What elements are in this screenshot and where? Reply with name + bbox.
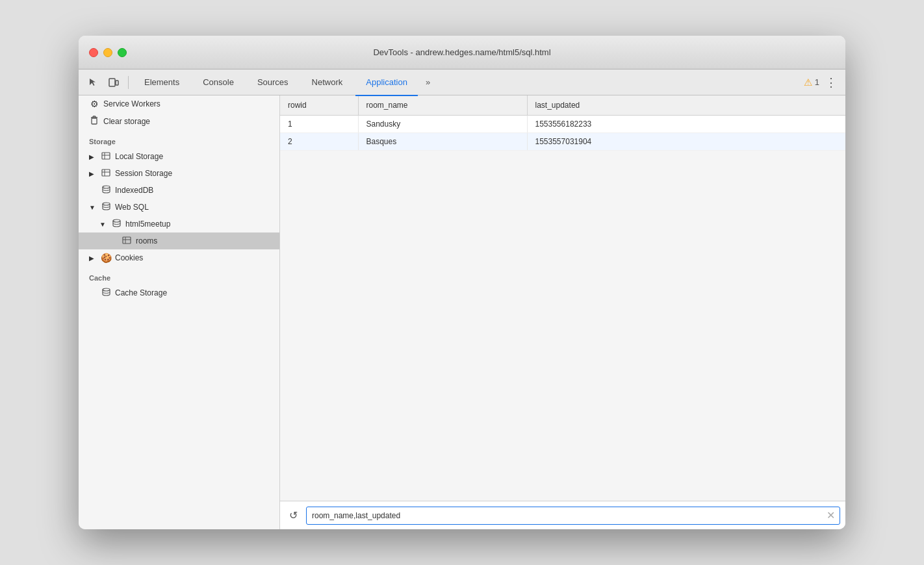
svg-rect-7: [102, 153, 110, 159]
tab-application[interactable]: Application: [355, 70, 418, 96]
cookies-icon: 🍪: [101, 253, 111, 263]
sidebar-item-cookies[interactable]: ▶ 🍪 Cookies: [79, 249, 279, 266]
close-button[interactable]: [89, 48, 98, 57]
expand-arrow-icon: ▶: [89, 153, 97, 160]
query-bar: ↺ ✕: [280, 501, 845, 529]
table-icon: [122, 236, 132, 246]
sidebar-item-html5meetup[interactable]: ▼ html5meetup: [79, 216, 279, 232]
trash-icon: [89, 116, 99, 127]
warning-badge[interactable]: ⚠ 1: [804, 77, 819, 88]
cell-room_name: Sandusky: [358, 116, 527, 133]
tab-elements[interactable]: Elements: [134, 70, 190, 96]
sidebar-item-label: Clear storage: [103, 117, 150, 126]
sidebar-item-label: Session Storage: [115, 169, 172, 178]
data-table: rowid room_name last_updated 1Sandusky15…: [280, 95, 845, 151]
query-clear-button[interactable]: ✕: [825, 510, 836, 521]
device-icon: [109, 77, 119, 88]
query-input-wrapper: ✕: [306, 507, 840, 525]
sidebar-item-label: html5meetup: [125, 220, 170, 229]
cell-last_updated: 1553557031904: [527, 133, 845, 151]
cache-section-header: Cache: [79, 266, 279, 284]
expand-arrow-icon: ▶: [89, 255, 97, 262]
sidebar-item-label: rooms: [136, 236, 157, 245]
svg-rect-2: [92, 118, 97, 124]
table-row[interactable]: 2Basques1553557031904: [280, 133, 845, 151]
storage-section-header: Storage: [79, 130, 279, 148]
sidebar-item-cache-storage[interactable]: Cache Storage: [79, 284, 279, 301]
sidebar-item-clear-storage[interactable]: Clear storage: [79, 112, 279, 130]
cell-rowid: 2: [280, 133, 358, 151]
svg-point-13: [103, 186, 110, 188]
sidebar-item-label: Service Workers: [103, 99, 160, 108]
svg-point-19: [103, 288, 110, 291]
titlebar: DevTools - andrew.hedges.name/html5/sql.…: [79, 36, 845, 69]
tab-network[interactable]: Network: [302, 70, 353, 96]
expand-arrow-icon: ▶: [89, 170, 97, 177]
sidebar-item-local-storage[interactable]: ▶ Local Storage: [79, 148, 279, 165]
col-header-rowid: rowid: [280, 95, 358, 116]
sidebar-item-label: Cookies: [115, 253, 143, 262]
maximize-button[interactable]: [118, 48, 127, 57]
toolbar-divider: [128, 76, 129, 89]
session-storage-icon: [101, 168, 111, 179]
indexeddb-icon: [101, 185, 111, 195]
svg-rect-16: [123, 237, 131, 244]
refresh-button[interactable]: ↺: [285, 508, 301, 523]
main-content: ⚙ Service Workers Clear storage Stor: [79, 95, 845, 529]
db-icon: [111, 219, 122, 229]
sidebar-item-service-workers[interactable]: ⚙ Service Workers: [79, 95, 279, 112]
tab-sources[interactable]: Sources: [247, 70, 299, 96]
table-header-row: rowid room_name last_updated: [280, 95, 845, 116]
svg-rect-1: [116, 81, 118, 85]
inspect-button[interactable]: [84, 73, 102, 92]
table-row[interactable]: 1Sandusky1553556182233: [280, 116, 845, 133]
sidebar-item-rooms[interactable]: rooms: [79, 232, 279, 249]
query-input[interactable]: [306, 507, 840, 525]
svg-point-14: [103, 203, 110, 205]
sidebar-item-label: IndexedDB: [115, 186, 153, 195]
collapse-arrow-icon: ▼: [89, 204, 97, 211]
sidebar-item-web-sql[interactable]: ▼ Web SQL: [79, 199, 279, 216]
content-area: rowid room_name last_updated 1Sandusky15…: [280, 95, 845, 529]
device-toggle-button[interactable]: [105, 73, 123, 92]
tab-console[interactable]: Console: [192, 70, 244, 96]
toolbar: Elements Console Sources Network Applica…: [79, 69, 845, 95]
cell-rowid: 1: [280, 116, 358, 133]
sidebar: ⚙ Service Workers Clear storage Stor: [79, 95, 280, 529]
local-storage-icon: [101, 151, 111, 162]
sidebar-item-label: Web SQL: [115, 203, 149, 212]
window-title: DevTools - andrew.hedges.name/html5/sql.…: [373, 47, 550, 57]
traffic-lights: [89, 48, 127, 57]
minimize-button[interactable]: [103, 48, 112, 57]
cell-last_updated: 1553556182233: [527, 116, 845, 133]
warning-icon: ⚠: [804, 77, 812, 88]
sidebar-item-session-storage[interactable]: ▶ Session Storage: [79, 165, 279, 182]
sidebar-item-indexeddb[interactable]: IndexedDB: [79, 182, 279, 199]
svg-point-15: [113, 220, 120, 222]
kebab-menu-button[interactable]: ⋮: [822, 73, 840, 92]
sidebar-item-label: Cache Storage: [115, 288, 167, 297]
table-container: rowid room_name last_updated 1Sandusky15…: [280, 95, 845, 501]
web-sql-icon: [101, 202, 111, 212]
collapse-arrow-icon: ▼: [99, 221, 107, 228]
devtools-window: DevTools - andrew.hedges.name/html5/sql.…: [79, 36, 845, 529]
svg-rect-0: [109, 79, 115, 86]
svg-rect-10: [102, 170, 110, 176]
cell-room_name: Basques: [358, 133, 527, 151]
cursor-icon: [88, 77, 98, 87]
service-workers-icon: ⚙: [89, 99, 99, 109]
cache-storage-icon: [101, 288, 111, 298]
col-header-room-name: room_name: [358, 95, 527, 116]
sidebar-item-label: Local Storage: [115, 152, 163, 161]
more-tabs-button[interactable]: »: [420, 77, 435, 87]
col-header-last-updated: last_updated: [527, 95, 845, 116]
